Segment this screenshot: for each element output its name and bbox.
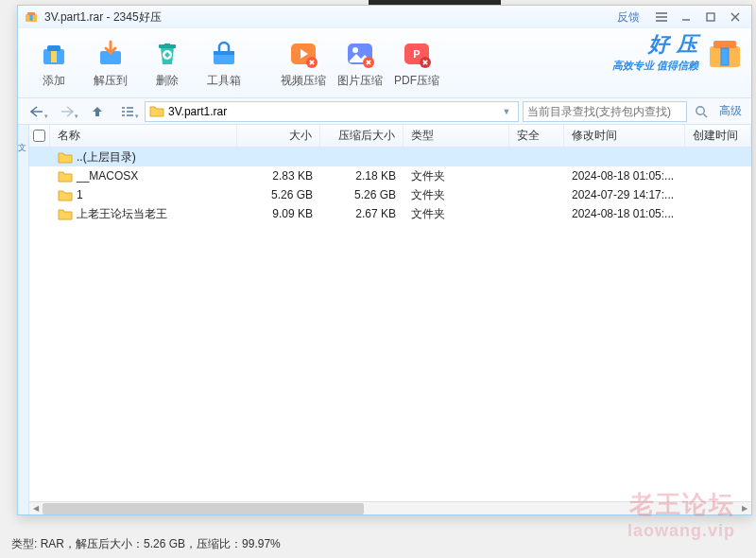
svg-rect-21 (713, 41, 736, 48)
toolbox-icon (207, 37, 241, 71)
toolbar-delete[interactable]: 删除 (139, 32, 196, 95)
navbar: ▾ ▾ ▾ ▼ 高级 (18, 98, 751, 125)
nav-up-button[interactable] (84, 101, 111, 122)
column-modified-time[interactable]: 修改时间 (564, 125, 685, 147)
horizontal-scrollbar[interactable]: ◀ ▶ (29, 501, 751, 514)
path-folder-icon (149, 104, 164, 119)
brand-title: 好 压 (648, 30, 698, 59)
toolbar-extract-label: 解压到 (94, 73, 128, 89)
menu-button[interactable] (649, 9, 674, 26)
row-modified-time: 2024-07-29 14:17:... (564, 188, 685, 201)
toolbar-add-label: 添加 (43, 73, 65, 89)
row-size: 9.09 KB (237, 207, 320, 220)
toolbar: 添加 解压到 删除 工具箱 视频压缩 图片压缩 P PDF压缩 好 (18, 28, 751, 98)
scroll-left-button[interactable]: ◀ (29, 502, 43, 515)
advanced-search-link[interactable]: 高级 (715, 103, 746, 119)
row-name: 1 (77, 188, 83, 201)
toolbar-toolbox[interactable]: 工具箱 (196, 32, 252, 95)
brand-icon (704, 31, 746, 73)
table-row[interactable]: 15.26 GB5.26 GB文件夹2024-07-29 14:17:... (29, 185, 751, 204)
path-box[interactable]: ▼ (145, 101, 519, 122)
scroll-track[interactable] (43, 502, 738, 515)
toolbar-add[interactable]: 添加 (26, 32, 82, 95)
table-row[interactable]: ..(上层目录) (29, 148, 751, 166)
column-type[interactable]: 类型 (404, 125, 509, 147)
svg-rect-5 (47, 45, 60, 51)
nav-forward-button[interactable]: ▾ (54, 101, 80, 122)
file-list: ..(上层目录)__MACOSX2.83 KB2.18 KB文件夹2024-08… (29, 148, 751, 501)
minimize-button[interactable] (674, 9, 698, 26)
select-all-checkbox[interactable] (33, 130, 45, 142)
brand-subtitle: 高效专业 值得信赖 (612, 59, 698, 73)
status-bar: 类型: RAR，解压后大小：5.26 GB，压缩比：99.97% (11, 536, 281, 552)
row-name: __MACOSX (77, 169, 138, 183)
brand-block: 好 压 高效专业 值得信赖 (612, 30, 746, 73)
svg-rect-22 (721, 48, 729, 65)
column-header-row: 名称 大小 压缩后大小 类型 安全 修改时间 创建时间 (29, 125, 751, 148)
row-size: 5.26 GB (237, 188, 320, 201)
content-area: 文 名称 大小 压缩后大小 类型 安全 修改时间 创建时间 ..(上层目录)__… (18, 125, 751, 514)
scroll-thumb[interactable] (43, 503, 364, 514)
toolbar-delete-label: 删除 (156, 73, 179, 89)
toolbar-image-label: 图片压缩 (337, 73, 383, 89)
row-compressed-size: 5.26 GB (320, 188, 404, 201)
search-input[interactable] (524, 105, 686, 118)
svg-rect-2 (30, 15, 33, 21)
row-modified-time: 2024-08-18 01:05:... (564, 207, 685, 220)
column-size[interactable]: 大小 (237, 125, 320, 147)
nav-back-button[interactable]: ▾ (24, 101, 50, 122)
window-title: 3V.part1.rar - 2345好压 (44, 9, 162, 26)
svg-point-24 (696, 106, 704, 113)
row-name: ..(上层目录) (77, 149, 136, 166)
sidebar: 文 (18, 125, 29, 514)
add-icon (37, 37, 71, 71)
row-type: 文件夹 (404, 206, 509, 222)
table-row[interactable]: 上老王论坛当老王9.09 KB2.67 KB文件夹2024-08-18 01:0… (29, 204, 751, 223)
search-button[interactable] (691, 101, 712, 122)
row-compressed-size: 2.18 KB (320, 169, 404, 183)
feedback-link[interactable]: 反馈 (617, 9, 640, 26)
titlebar[interactable]: 3V.part1.rar - 2345好压 反馈 (18, 6, 751, 28)
pdf-icon: P (400, 37, 434, 71)
close-button[interactable] (723, 9, 747, 26)
image-icon (343, 37, 377, 71)
scroll-right-button[interactable]: ▶ (738, 502, 751, 515)
toolbar-image-compress[interactable]: 图片压缩 (332, 32, 388, 95)
svg-point-15 (352, 47, 358, 53)
toolbar-extract[interactable]: 解压到 (82, 32, 139, 95)
sidebar-tab-1[interactable]: 文 (19, 129, 28, 142)
toolbar-toolbox-label: 工具箱 (207, 73, 241, 89)
app-icon (24, 9, 39, 25)
extract-icon (94, 37, 128, 71)
column-created-time[interactable]: 创建时间 (685, 125, 751, 147)
video-icon (286, 37, 320, 71)
search-box[interactable] (523, 101, 687, 122)
svg-text:P: P (413, 48, 420, 60)
column-checkbox[interactable] (29, 125, 50, 147)
row-type: 文件夹 (404, 168, 509, 184)
svg-rect-3 (707, 13, 714, 21)
column-safe[interactable]: 安全 (509, 125, 564, 147)
delete-icon (150, 37, 184, 71)
svg-rect-1 (27, 12, 35, 15)
table-row[interactable]: __MACOSX2.83 KB2.18 KB文件夹2024-08-18 01:0… (29, 166, 751, 185)
app-window: 3V.part1.rar - 2345好压 反馈 添加 解压到 删除 工具箱 视… (17, 5, 752, 515)
svg-rect-11 (214, 51, 234, 55)
row-type: 文件夹 (404, 187, 509, 203)
file-pane: 名称 大小 压缩后大小 类型 安全 修改时间 创建时间 ..(上层目录)__MA… (29, 125, 751, 514)
toolbar-pdf-label: PDF压缩 (394, 73, 439, 89)
watermark-line2: laowang.vip (627, 521, 735, 541)
path-dropdown-icon[interactable]: ▼ (499, 107, 514, 116)
path-input[interactable] (168, 105, 499, 118)
toolbar-video-compress[interactable]: 视频压缩 (275, 32, 332, 95)
svg-rect-6 (51, 51, 57, 62)
column-name[interactable]: 名称 (50, 125, 237, 147)
column-compressed-size[interactable]: 压缩后大小 (320, 125, 404, 147)
row-size: 2.83 KB (237, 169, 320, 183)
nav-view-button[interactable]: ▾ (114, 101, 141, 122)
row-modified-time: 2024-08-18 01:05:... (564, 169, 685, 183)
maximize-button[interactable] (698, 9, 723, 26)
row-name: 上老王论坛当老王 (77, 206, 167, 222)
row-compressed-size: 2.67 KB (320, 207, 404, 220)
toolbar-pdf-compress[interactable]: P PDF压缩 (388, 32, 445, 95)
